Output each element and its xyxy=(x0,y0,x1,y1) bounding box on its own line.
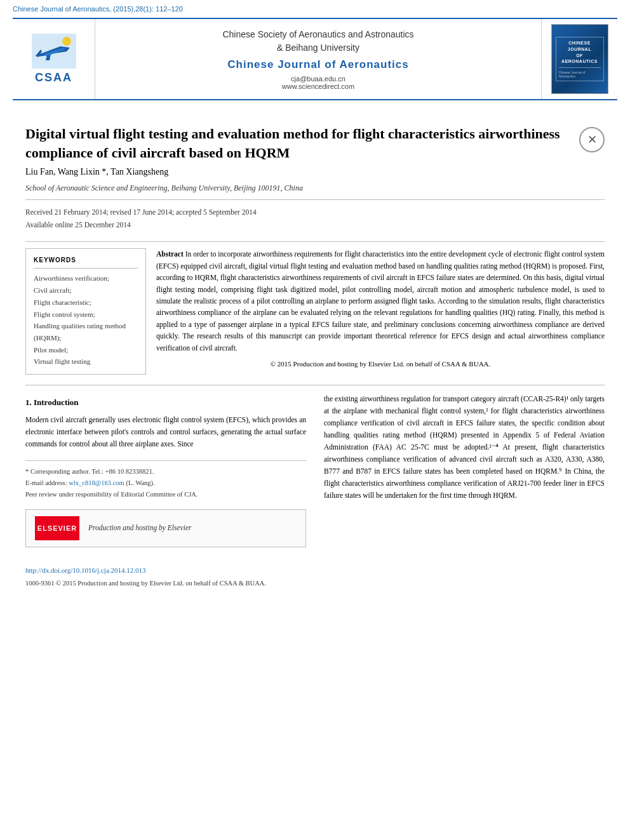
intro-col-right: the existing airworthiness regulation fo… xyxy=(324,393,605,547)
csaa-label: CSAA xyxy=(35,71,72,84)
crossmark-icon xyxy=(579,127,605,152)
intro-col-left: 1. Introduction Modern civil aircraft ge… xyxy=(25,393,306,547)
keywords-list: Airworthiness verification; Civil aircra… xyxy=(34,272,138,368)
keyword-5: Handling qualities rating method (HQRM); xyxy=(34,320,138,343)
keyword-3: Flight characteristic; xyxy=(34,297,138,309)
cover-title-line3: OF xyxy=(559,53,601,59)
cover-title-line2: JOURNAL xyxy=(559,46,601,53)
journal-info-center: Chinese Society of Aeronautics and Astro… xyxy=(95,19,541,99)
journal-cover-image: CHINESE JOURNAL OF AERONAUTICS Chinese J… xyxy=(551,24,608,94)
intro-section-title: 1. Introduction xyxy=(25,396,306,409)
top-citation-bar: Chinese Journal of Aeronautics, (2015),2… xyxy=(0,0,630,18)
keyword-7: Virtual flight testing xyxy=(34,356,138,368)
divider-1 xyxy=(25,199,605,200)
article-title: Digital virtual flight testing and evalu… xyxy=(25,124,605,162)
article-content: Digital virtual flight testing and evalu… xyxy=(0,100,630,560)
available-date: Available online 25 December 2014 xyxy=(25,219,605,232)
citation-link[interactable]: Chinese Journal of Aeronautics, (2015),2… xyxy=(13,5,183,13)
crossmark-badge xyxy=(579,127,605,152)
authors-line: Liu Fan, Wang Lixin *, Tan Xiangsheng xyxy=(25,167,605,177)
doi-link[interactable]: http://dx.doi.org/10.1016/j.cja.2014.12.… xyxy=(25,566,605,574)
cover-title-line4: AERONAUTICS xyxy=(559,58,601,65)
abstract-body: In order to incorporate airworthiness re… xyxy=(156,250,605,351)
org-name: Chinese Society of Aeronautics and Astro… xyxy=(222,28,413,55)
journal-cover-section: CHINESE JOURNAL OF AERONAUTICS Chinese J… xyxy=(541,19,617,99)
elsevier-logo: ELSEVIER xyxy=(35,516,79,540)
abstract-copyright: © 2015 Production and hosting by Elsevie… xyxy=(156,359,605,370)
keywords-abstract-section: KEYWORDS Airworthiness verification; Civ… xyxy=(25,248,605,375)
abstract-box: Abstract In order to incorporate airwort… xyxy=(156,248,605,375)
keyword-6: Pilot model; xyxy=(34,344,138,356)
divider-3 xyxy=(25,385,605,385)
dates-section: Received 21 February 2014; revised 17 Ju… xyxy=(25,206,605,231)
footnote-email: E-mail address: wlx_c818@163.com (L. Wan… xyxy=(25,477,306,489)
intro-right-text: the existing airworthiness regulation fo… xyxy=(324,393,605,502)
csaa-logo-section: CSAA xyxy=(13,19,95,99)
footnotes-section: * Corresponding author. Tel.: +86 10 823… xyxy=(25,460,306,500)
cover-title-line1: CHINESE xyxy=(559,40,601,46)
keyword-4: Flight control system; xyxy=(34,309,138,321)
affiliation: School of Aeronautic Science and Enginee… xyxy=(25,183,605,193)
footnote-star: * Corresponding author. Tel.: +86 10 823… xyxy=(25,466,306,477)
elsevier-hosting-text: Production and hosting by Elsevier xyxy=(88,522,191,534)
elsevier-footer: ELSEVIER Production and hosting by Elsev… xyxy=(25,509,306,547)
journal-links: cja@buaa.edu.cn www.sciencedirect.com xyxy=(282,75,354,90)
keywords-box: KEYWORDS Airworthiness verification; Civ… xyxy=(25,248,146,375)
keyword-1: Airworthiness verification; xyxy=(34,272,138,284)
two-column-intro: 1. Introduction Modern civil aircraft ge… xyxy=(25,393,605,547)
abstract-label: Abstract xyxy=(156,250,184,258)
peer-review-note: Peer review under responsibility of Edit… xyxy=(25,489,306,500)
bottom-links-section: http://dx.doi.org/10.1016/j.cja.2014.12.… xyxy=(0,560,630,580)
keyword-2: Civil aircraft; xyxy=(34,284,138,297)
csaa-plane-icon xyxy=(32,34,76,69)
bottom-copyright: 1000-9361 © 2015 Production and hosting … xyxy=(0,580,630,597)
received-date: Received 21 February 2014; revised 17 Ju… xyxy=(25,206,605,219)
intro-left-text: Modern civil aircraft generally uses ele… xyxy=(25,414,306,450)
svg-point-1 xyxy=(62,37,71,46)
keywords-title: KEYWORDS xyxy=(34,255,138,269)
abstract-text: Abstract In order to incorporate airwort… xyxy=(156,248,605,354)
journal-title: Chinese Journal of Aeronautics xyxy=(227,58,408,71)
email-link[interactable]: wlx_c818@163.com xyxy=(69,479,124,486)
divider-2 xyxy=(25,241,605,242)
journal-header: CSAA Chinese Society of Aeronautics and … xyxy=(13,18,617,100)
